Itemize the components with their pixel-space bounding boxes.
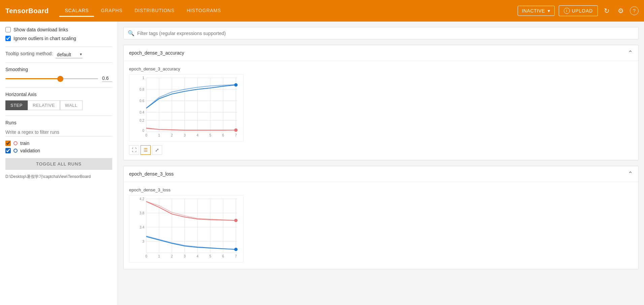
- run-validation-checkbox[interactable]: [5, 148, 11, 153]
- nav-scalars[interactable]: SCALARS: [59, 5, 94, 17]
- tooltip-section: Tooltip sorting method: default: [5, 51, 112, 58]
- svg-text:2: 2: [171, 254, 173, 258]
- run-train-circle: [13, 141, 18, 145]
- loss-section: epoch_dense_3_loss ⌃ epoch_dense_3_loss: [123, 166, 639, 269]
- nav-links: SCALARS GRAPHS DISTRIBUTIONS HISTOGRAMS: [59, 5, 517, 17]
- toggle-all-runs-button[interactable]: TOGGLE ALL RUNS: [5, 158, 112, 170]
- divider-2: [5, 62, 112, 63]
- app-logo: TensorBoard: [5, 7, 49, 15]
- list-tool-button[interactable]: ☰: [141, 145, 151, 155]
- smoothing-slider[interactable]: [5, 78, 98, 79]
- options-section: Show data download links Ignore outliers…: [5, 27, 112, 41]
- main-content: 🔍 epoch_dense_3_accuracy ⌃ epoch_dense_3…: [118, 22, 644, 305]
- svg-text:6: 6: [222, 133, 224, 137]
- accuracy-section-header[interactable]: epoch_dense_3_accuracy ⌃: [124, 45, 638, 61]
- svg-text:3.8: 3.8: [140, 211, 144, 215]
- help-button[interactable]: ?: [630, 6, 639, 15]
- svg-text:4.2: 4.2: [140, 197, 144, 201]
- sidebar: Show data download links Ignore outliers…: [0, 22, 118, 305]
- ignore-outliers-row: Ignore outliers in chart scaling: [5, 36, 112, 41]
- settings-button[interactable]: ⚙: [616, 5, 626, 17]
- axis-step-button[interactable]: STEP: [5, 100, 28, 110]
- svg-text:4: 4: [196, 254, 198, 258]
- loss-chart-svg: 4.2 3.8 3.4 3 0 1 2 3 4 5 6 7: [129, 195, 244, 263]
- svg-text:5: 5: [209, 133, 211, 137]
- axis-relative-button[interactable]: RELATIVE: [28, 100, 60, 110]
- slider-row: 0.6: [5, 75, 112, 82]
- accuracy-title: epoch_dense_3_accuracy: [129, 50, 184, 56]
- loss-chevron-icon: ⌃: [628, 170, 633, 178]
- header-right: INACTIVE ▾ i UPLOAD ↻ ⚙ ?: [518, 5, 639, 17]
- inactive-dropdown[interactable]: INACTIVE ▾: [518, 6, 555, 16]
- runs-filter-input[interactable]: [5, 128, 112, 136]
- smoothing-value: 0.6: [102, 75, 112, 82]
- runs-section: Runs train validation TOGGLE ALL RUNS D:…: [5, 120, 112, 180]
- ignore-outliers-checkbox[interactable]: [5, 36, 11, 41]
- nav-graphs[interactable]: GRAPHS: [95, 5, 128, 17]
- upload-button[interactable]: i UPLOAD: [559, 5, 598, 16]
- upload-label: UPLOAD: [572, 8, 593, 13]
- accuracy-chevron-icon: ⌃: [628, 49, 633, 57]
- svg-text:5: 5: [209, 254, 211, 258]
- divider-3: [5, 87, 112, 88]
- run-validation-name: validation: [20, 148, 40, 153]
- expand-tool-button[interactable]: ⤢: [152, 145, 162, 155]
- tooltip-dropdown-wrap: default: [56, 51, 83, 58]
- run-train-name: train: [20, 141, 29, 146]
- filter-input[interactable]: [137, 31, 634, 36]
- loss-chart-body: epoch_dense_3_loss: [124, 182, 638, 269]
- svg-text:3.4: 3.4: [140, 225, 144, 229]
- inactive-label: INACTIVE: [522, 8, 545, 13]
- accuracy-chart-container: 1 0.8 0.6 0.4 0.2 0 0 1 2 3 4 5 6: [129, 74, 633, 155]
- loss-chart-container: 4.2 3.8 3.4 3 0 1 2 3 4 5 6 7: [129, 195, 633, 264]
- refresh-button[interactable]: ↻: [602, 5, 612, 17]
- svg-text:1: 1: [158, 133, 160, 137]
- top-navigation: TensorBoard SCALARS GRAPHS DISTRIBUTIONS…: [0, 0, 644, 22]
- svg-text:1: 1: [142, 76, 144, 80]
- nav-distributions[interactable]: DISTRIBUTIONS: [129, 5, 180, 17]
- main-layout: Show data download links Ignore outliers…: [0, 22, 644, 305]
- accuracy-chart-title: epoch_dense_3_accuracy: [129, 66, 633, 71]
- svg-point-28: [234, 83, 238, 87]
- show-download-checkbox[interactable]: [5, 27, 11, 32]
- show-download-label[interactable]: Show data download links: [13, 27, 68, 32]
- axis-wall-button[interactable]: WALL: [60, 100, 83, 110]
- svg-text:3: 3: [142, 240, 144, 243]
- run-train-checkbox[interactable]: [5, 141, 11, 146]
- svg-text:4: 4: [196, 133, 198, 137]
- loss-chart-title: epoch_dense_3_loss: [129, 187, 633, 192]
- search-icon: 🔍: [128, 30, 134, 36]
- svg-text:0: 0: [145, 133, 147, 137]
- tooltip-dropdown[interactable]: default: [56, 51, 83, 58]
- svg-text:6: 6: [222, 254, 224, 258]
- accuracy-chart-svg: 1 0.8 0.6 0.4 0.2 0 0 1 2 3 4 5 6: [129, 74, 244, 142]
- svg-text:0.2: 0.2: [140, 119, 144, 122]
- tooltip-label: Tooltip sorting method:: [5, 51, 53, 56]
- filter-bar: 🔍: [123, 27, 639, 39]
- svg-text:7: 7: [235, 133, 237, 137]
- svg-text:1: 1: [158, 254, 160, 258]
- loss-section-header[interactable]: epoch_dense_3_loss ⌃: [124, 166, 638, 182]
- dropdown-arrow-icon: ▾: [548, 8, 550, 13]
- svg-text:3: 3: [184, 254, 186, 258]
- smoothing-label: Smoothing: [5, 67, 112, 72]
- svg-text:0.8: 0.8: [140, 88, 144, 91]
- loss-title: epoch_dense_3_loss: [129, 171, 174, 177]
- runs-label: Runs: [5, 120, 112, 125]
- chart-tools: ⛶ ☰ ⤢: [129, 145, 633, 155]
- show-download-row: Show data download links: [5, 27, 112, 32]
- run-validation: validation: [5, 148, 112, 153]
- divider-1: [5, 47, 112, 47]
- smoothing-section: Smoothing 0.6: [5, 67, 112, 82]
- ignore-outliers-label[interactable]: Ignore outliers in chart scaling: [13, 36, 76, 41]
- info-icon: i: [564, 8, 570, 14]
- horizontal-axis-section: Horizontal Axis STEP RELATIVE WALL: [5, 92, 112, 110]
- nav-histograms[interactable]: HISTOGRAMS: [181, 5, 226, 17]
- accuracy-section: epoch_dense_3_accuracy ⌃ epoch_dense_3_a…: [123, 45, 639, 160]
- accuracy-chart-body: epoch_dense_3_accuracy: [124, 61, 638, 160]
- axis-buttons: STEP RELATIVE WALL: [5, 100, 112, 110]
- svg-text:0.4: 0.4: [140, 111, 144, 114]
- fullscreen-tool-button[interactable]: ⛶: [129, 145, 139, 155]
- divider-4: [5, 116, 112, 116]
- svg-text:2: 2: [171, 133, 173, 137]
